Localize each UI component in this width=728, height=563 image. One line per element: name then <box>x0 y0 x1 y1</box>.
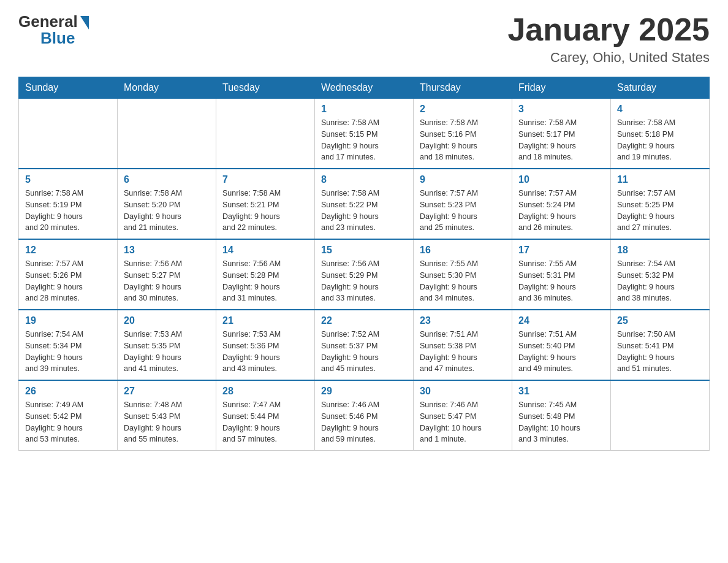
calendar-week-row: 1Sunrise: 7:58 AM Sunset: 5:15 PM Daylig… <box>19 99 710 169</box>
day-number: 28 <box>222 386 308 397</box>
day-number: 17 <box>518 245 604 256</box>
month-title: January 2025 <box>507 12 710 47</box>
day-info: Sunrise: 7:57 AM Sunset: 5:23 PM Dayligh… <box>420 188 506 234</box>
calendar-header-friday: Friday <box>512 77 611 99</box>
day-info: Sunrise: 7:58 AM Sunset: 5:16 PM Dayligh… <box>420 117 506 163</box>
page-header: General Blue January 2025 Carey, Ohio, U… <box>18 12 710 66</box>
calendar-cell: 8Sunrise: 7:58 AM Sunset: 5:22 PM Daylig… <box>315 169 414 239</box>
logo-triangle-icon <box>80 16 89 29</box>
day-number: 8 <box>321 174 407 185</box>
calendar-cell: 7Sunrise: 7:58 AM Sunset: 5:21 PM Daylig… <box>216 169 315 239</box>
calendar-header-sunday: Sunday <box>19 77 118 99</box>
day-number: 27 <box>124 386 210 397</box>
calendar-cell: 23Sunrise: 7:51 AM Sunset: 5:38 PM Dayli… <box>414 310 512 380</box>
day-info: Sunrise: 7:53 AM Sunset: 5:36 PM Dayligh… <box>222 329 308 375</box>
day-info: Sunrise: 7:46 AM Sunset: 5:47 PM Dayligh… <box>420 399 506 445</box>
calendar-cell: 3Sunrise: 7:58 AM Sunset: 5:17 PM Daylig… <box>512 99 611 169</box>
day-number: 2 <box>420 104 506 115</box>
calendar-header-monday: Monday <box>118 77 216 99</box>
day-info: Sunrise: 7:56 AM Sunset: 5:27 PM Dayligh… <box>124 258 210 304</box>
calendar-cell: 25Sunrise: 7:50 AM Sunset: 5:41 PM Dayli… <box>611 310 710 380</box>
calendar-cell: 27Sunrise: 7:48 AM Sunset: 5:43 PM Dayli… <box>118 380 216 451</box>
day-info: Sunrise: 7:55 AM Sunset: 5:31 PM Dayligh… <box>518 258 604 304</box>
calendar-cell <box>118 99 216 169</box>
day-info: Sunrise: 7:48 AM Sunset: 5:43 PM Dayligh… <box>124 399 210 445</box>
day-number: 20 <box>124 315 210 326</box>
day-info: Sunrise: 7:57 AM Sunset: 5:24 PM Dayligh… <box>518 188 604 234</box>
calendar-cell: 31Sunrise: 7:45 AM Sunset: 5:48 PM Dayli… <box>512 380 611 451</box>
calendar-header-thursday: Thursday <box>414 77 512 99</box>
day-number: 15 <box>321 245 407 256</box>
calendar-cell: 18Sunrise: 7:54 AM Sunset: 5:32 PM Dayli… <box>611 239 710 310</box>
day-number: 11 <box>617 174 703 185</box>
calendar-cell: 16Sunrise: 7:55 AM Sunset: 5:30 PM Dayli… <box>414 239 512 310</box>
day-number: 25 <box>617 315 703 326</box>
calendar-cell <box>216 99 315 169</box>
day-number: 4 <box>617 104 703 115</box>
calendar-cell: 30Sunrise: 7:46 AM Sunset: 5:47 PM Dayli… <box>414 380 512 451</box>
day-info: Sunrise: 7:56 AM Sunset: 5:29 PM Dayligh… <box>321 258 407 304</box>
calendar-cell: 21Sunrise: 7:53 AM Sunset: 5:36 PM Dayli… <box>216 310 315 380</box>
calendar-table: SundayMondayTuesdayWednesdayThursdayFrid… <box>18 77 710 451</box>
day-number: 21 <box>222 315 308 326</box>
logo: General Blue <box>18 12 89 48</box>
calendar-cell: 22Sunrise: 7:52 AM Sunset: 5:37 PM Dayli… <box>315 310 414 380</box>
day-info: Sunrise: 7:56 AM Sunset: 5:28 PM Dayligh… <box>222 258 308 304</box>
calendar-cell: 2Sunrise: 7:58 AM Sunset: 5:16 PM Daylig… <box>414 99 512 169</box>
day-info: Sunrise: 7:58 AM Sunset: 5:21 PM Dayligh… <box>222 188 308 234</box>
calendar-cell: 13Sunrise: 7:56 AM Sunset: 5:27 PM Dayli… <box>118 239 216 310</box>
calendar-cell: 6Sunrise: 7:58 AM Sunset: 5:20 PM Daylig… <box>118 169 216 239</box>
calendar-cell: 11Sunrise: 7:57 AM Sunset: 5:25 PM Dayli… <box>611 169 710 239</box>
day-number: 13 <box>124 245 210 256</box>
calendar-header-tuesday: Tuesday <box>216 77 315 99</box>
day-info: Sunrise: 7:58 AM Sunset: 5:18 PM Dayligh… <box>617 117 703 163</box>
day-number: 19 <box>25 315 111 326</box>
day-info: Sunrise: 7:57 AM Sunset: 5:25 PM Dayligh… <box>617 188 703 234</box>
day-info: Sunrise: 7:51 AM Sunset: 5:40 PM Dayligh… <box>518 329 604 375</box>
calendar-header-saturday: Saturday <box>611 77 710 99</box>
day-info: Sunrise: 7:50 AM Sunset: 5:41 PM Dayligh… <box>617 329 703 375</box>
calendar-cell: 19Sunrise: 7:54 AM Sunset: 5:34 PM Dayli… <box>19 310 118 380</box>
day-info: Sunrise: 7:58 AM Sunset: 5:17 PM Dayligh… <box>518 117 604 163</box>
calendar-cell: 15Sunrise: 7:56 AM Sunset: 5:29 PM Dayli… <box>315 239 414 310</box>
logo-blue-text: Blue <box>40 29 75 48</box>
calendar-week-row: 19Sunrise: 7:54 AM Sunset: 5:34 PM Dayli… <box>19 310 710 380</box>
day-info: Sunrise: 7:54 AM Sunset: 5:34 PM Dayligh… <box>25 329 111 375</box>
day-info: Sunrise: 7:58 AM Sunset: 5:22 PM Dayligh… <box>321 188 407 234</box>
calendar-week-row: 12Sunrise: 7:57 AM Sunset: 5:26 PM Dayli… <box>19 239 710 310</box>
day-number: 5 <box>25 174 111 185</box>
day-number: 14 <box>222 245 308 256</box>
calendar-cell: 26Sunrise: 7:49 AM Sunset: 5:42 PM Dayli… <box>19 380 118 451</box>
day-number: 1 <box>321 104 407 115</box>
calendar-header-row: SundayMondayTuesdayWednesdayThursdayFrid… <box>19 77 710 99</box>
calendar-cell: 17Sunrise: 7:55 AM Sunset: 5:31 PM Dayli… <box>512 239 611 310</box>
calendar-cell: 5Sunrise: 7:58 AM Sunset: 5:19 PM Daylig… <box>19 169 118 239</box>
day-info: Sunrise: 7:47 AM Sunset: 5:44 PM Dayligh… <box>222 399 308 445</box>
calendar-cell: 10Sunrise: 7:57 AM Sunset: 5:24 PM Dayli… <box>512 169 611 239</box>
calendar-cell: 1Sunrise: 7:58 AM Sunset: 5:15 PM Daylig… <box>315 99 414 169</box>
calendar-cell: 24Sunrise: 7:51 AM Sunset: 5:40 PM Dayli… <box>512 310 611 380</box>
day-number: 6 <box>124 174 210 185</box>
day-number: 12 <box>25 245 111 256</box>
day-number: 7 <box>222 174 308 185</box>
calendar-cell <box>611 380 710 451</box>
day-info: Sunrise: 7:53 AM Sunset: 5:35 PM Dayligh… <box>124 329 210 375</box>
day-info: Sunrise: 7:46 AM Sunset: 5:46 PM Dayligh… <box>321 399 407 445</box>
calendar-cell: 9Sunrise: 7:57 AM Sunset: 5:23 PM Daylig… <box>414 169 512 239</box>
day-number: 16 <box>420 245 506 256</box>
day-info: Sunrise: 7:57 AM Sunset: 5:26 PM Dayligh… <box>25 258 111 304</box>
calendar-header-wednesday: Wednesday <box>315 77 414 99</box>
day-number: 3 <box>518 104 604 115</box>
day-number: 31 <box>518 386 604 397</box>
day-info: Sunrise: 7:49 AM Sunset: 5:42 PM Dayligh… <box>25 399 111 445</box>
day-number: 9 <box>420 174 506 185</box>
calendar-cell: 14Sunrise: 7:56 AM Sunset: 5:28 PM Dayli… <box>216 239 315 310</box>
day-info: Sunrise: 7:58 AM Sunset: 5:15 PM Dayligh… <box>321 117 407 163</box>
calendar-cell: 20Sunrise: 7:53 AM Sunset: 5:35 PM Dayli… <box>118 310 216 380</box>
day-info: Sunrise: 7:58 AM Sunset: 5:20 PM Dayligh… <box>124 188 210 234</box>
day-number: 24 <box>518 315 604 326</box>
calendar-cell: 28Sunrise: 7:47 AM Sunset: 5:44 PM Dayli… <box>216 380 315 451</box>
day-number: 26 <box>25 386 111 397</box>
day-number: 23 <box>420 315 506 326</box>
calendar-cell: 29Sunrise: 7:46 AM Sunset: 5:46 PM Dayli… <box>315 380 414 451</box>
